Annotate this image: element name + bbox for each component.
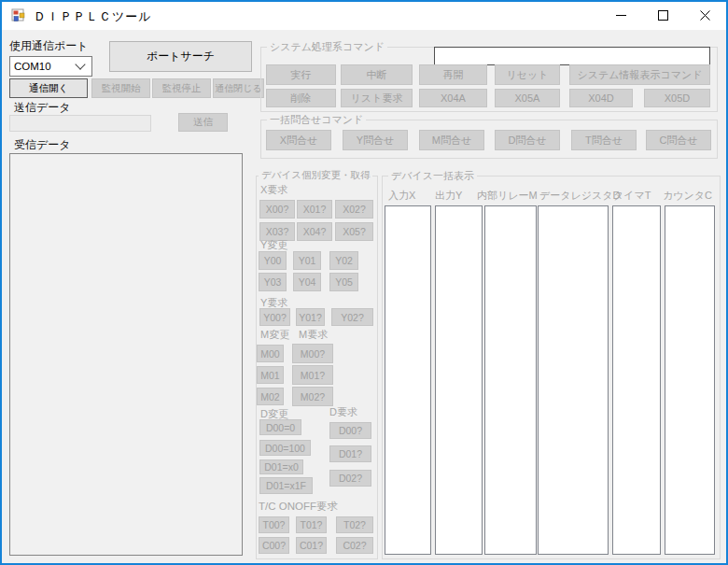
delete-button[interactable]: 削除 xyxy=(266,89,336,107)
d-query-button[interactable]: D問合せ xyxy=(495,130,560,150)
close-button[interactable] xyxy=(684,2,726,29)
y-query-button[interactable]: Y問合せ xyxy=(343,130,408,150)
maximize-button[interactable] xyxy=(642,2,684,29)
reset-button[interactable]: リセット xyxy=(495,64,560,85)
x05a-button[interactable]: X05A xyxy=(495,89,560,107)
m01-request-button[interactable]: M01? xyxy=(292,365,333,385)
send-data-input[interactable] xyxy=(9,115,151,132)
x05d-button[interactable]: X05D xyxy=(644,89,710,107)
display-group-title: デバイス一括表示 xyxy=(388,169,477,183)
device-display-group: デバイス一括表示 入力X 出力Y 内部リレーM データレジスタD タイマT カウ… xyxy=(382,176,721,559)
send-button[interactable]: 送信 xyxy=(178,113,228,132)
m02-request-button[interactable]: M02? xyxy=(292,387,333,406)
receive-data-listbox[interactable] xyxy=(9,153,243,556)
m-change-label: M変更 xyxy=(260,328,289,342)
x04-request-button[interactable]: X04? xyxy=(297,222,332,241)
title-bar[interactable]: ＤＩＰＰＬＣツール xyxy=(2,2,726,30)
y00-request-button[interactable]: Y00? xyxy=(259,308,290,326)
column-header-register-d: データレジスタD xyxy=(539,189,621,203)
batch-query-group: 一括問合せコマンド X問合せ Y問合せ M問合せ D問合せ T問合せ C問合せ xyxy=(260,120,718,159)
d01-request-button[interactable]: D01? xyxy=(329,445,371,462)
maximize-icon xyxy=(658,10,668,21)
execute-button[interactable]: 実行 xyxy=(266,64,336,85)
m02-change-button[interactable]: M02 xyxy=(257,388,284,405)
column-header-counter-c: カウンタC xyxy=(663,189,712,203)
d-request-label: D要求 xyxy=(329,405,357,419)
d00-set0-button[interactable]: D00=0 xyxy=(259,419,301,435)
batch-group-title: 一括問合せコマンド xyxy=(267,113,366,127)
listbox-input-x[interactable] xyxy=(385,205,431,555)
monitor-stop-button[interactable]: 監視停止 xyxy=(152,78,211,98)
x-query-button[interactable]: X問合せ xyxy=(266,130,331,150)
app-icon xyxy=(11,8,26,23)
d01-setx0-button[interactable]: D01=x0 xyxy=(259,459,303,474)
column-header-timer-t: タイマT xyxy=(613,189,651,203)
minimize-button[interactable] xyxy=(600,2,642,29)
close-icon xyxy=(700,10,710,21)
t02-request-button[interactable]: T02? xyxy=(336,516,373,533)
c02-request-button[interactable]: C02? xyxy=(336,537,373,554)
m01-change-button[interactable]: M01 xyxy=(257,366,284,384)
x02-request-button[interactable]: X02? xyxy=(335,200,373,219)
d02-request-button[interactable]: D02? xyxy=(329,470,371,487)
t00-request-button[interactable]: T00? xyxy=(259,516,289,533)
y05-change-button[interactable]: Y05 xyxy=(329,273,358,291)
port-label: 使用通信ポート xyxy=(9,38,89,54)
c01-request-button[interactable]: C01? xyxy=(296,537,327,554)
y-change-label: Y変更 xyxy=(260,238,287,252)
c00-request-button[interactable]: C00? xyxy=(259,537,289,554)
comm-close-button[interactable]: 通信閉じる xyxy=(213,78,264,98)
column-header-input-x: 入力X xyxy=(388,189,415,203)
m00-request-button[interactable]: M00? xyxy=(292,344,333,363)
monitor-start-button[interactable]: 監視開始 xyxy=(91,78,150,98)
port-search-button[interactable]: ポートサーチ xyxy=(109,41,252,72)
port-combobox-value: COM10 xyxy=(10,61,77,72)
m-request-label: M要求 xyxy=(299,328,328,342)
y02-change-button[interactable]: Y02 xyxy=(329,251,358,270)
listbox-register-d[interactable] xyxy=(538,205,609,555)
x00-request-button[interactable]: X00? xyxy=(259,200,295,219)
app-window: ＤＩＰＰＬＣツール 使用通信ポート COM10 ポートサーチ 通信開く 監視開始… xyxy=(0,0,728,565)
receive-data-label: 受信データ xyxy=(14,137,71,153)
x01-request-button[interactable]: X01? xyxy=(297,200,332,219)
d00-request-button[interactable]: D00? xyxy=(329,422,371,439)
m00-change-button[interactable]: M00 xyxy=(257,345,284,362)
y03-change-button[interactable]: Y03 xyxy=(259,273,287,291)
send-data-label: 送信データ xyxy=(14,100,71,116)
y01-change-button[interactable]: Y01 xyxy=(293,251,321,270)
listbox-timer-t[interactable] xyxy=(612,205,661,555)
d01-setx1f-button[interactable]: D01=x1F xyxy=(259,477,313,494)
listbox-output-y[interactable] xyxy=(435,205,483,555)
y02-request-button[interactable]: Y02? xyxy=(331,308,373,326)
comm-open-button[interactable]: 通信開く xyxy=(9,78,88,98)
y01-request-button[interactable]: Y01? xyxy=(296,308,325,326)
t01-request-button[interactable]: T01? xyxy=(296,516,327,533)
y00-change-button[interactable]: Y00 xyxy=(259,251,287,270)
port-combobox[interactable]: COM10 xyxy=(9,56,92,77)
device-individual-group: デバイス個別変更・取得 X要求 X00? X01? X02? X03? X04?… xyxy=(256,176,378,559)
tc-onoff-label: T/C ONOFF要求 xyxy=(259,500,338,514)
minimize-icon xyxy=(616,15,626,16)
listbox-relay-m[interactable] xyxy=(484,205,537,555)
d00-set100-button[interactable]: D00=100 xyxy=(259,440,311,456)
list-request-button[interactable]: リスト要求 xyxy=(341,89,413,107)
system-info-button[interactable]: システム情報表示コマンド xyxy=(569,64,710,85)
x-request-label: X要求 xyxy=(260,183,287,197)
c-query-button[interactable]: C問合せ xyxy=(646,130,711,150)
y04-change-button[interactable]: Y04 xyxy=(293,273,321,291)
system-group-title: システム処理系コマンド xyxy=(267,40,387,54)
listbox-counter-c[interactable] xyxy=(665,205,715,555)
system-response-field[interactable] xyxy=(434,47,710,65)
x04d-button[interactable]: X04D xyxy=(569,89,633,107)
x04a-button[interactable]: X04A xyxy=(419,89,487,107)
column-header-output-y: 出力Y xyxy=(435,189,462,203)
x05-request-button[interactable]: X05? xyxy=(335,222,373,241)
t-query-button[interactable]: T問合せ xyxy=(571,130,637,150)
window-title: ＤＩＰＰＬＣツール xyxy=(34,8,152,25)
resume-button[interactable]: 再開 xyxy=(419,64,487,85)
abort-button[interactable]: 中断 xyxy=(341,64,413,85)
m-query-button[interactable]: M問合せ xyxy=(419,130,484,150)
chevron-down-icon xyxy=(75,59,85,69)
individual-group-title: デバイス個別変更・取得 xyxy=(259,169,372,182)
column-header-relay-m: 内部リレーM xyxy=(477,189,538,203)
